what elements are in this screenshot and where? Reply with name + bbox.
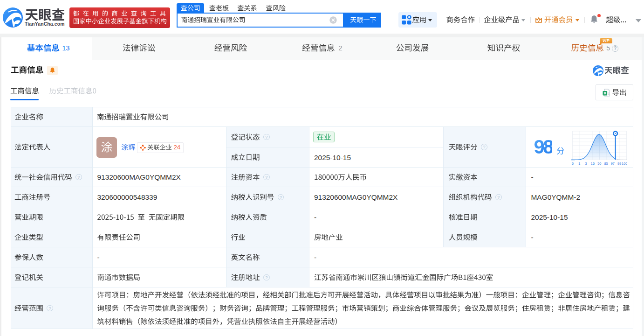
svg-text:50: 50 xyxy=(597,161,601,166)
svg-text:100: 100 xyxy=(622,161,627,166)
svg-text:0: 0 xyxy=(572,161,574,166)
svg-text:3: 3 xyxy=(585,161,587,166)
svg-text:1: 1 xyxy=(578,161,580,166)
svg-text:15: 15 xyxy=(591,161,595,166)
svg-text:97: 97 xyxy=(611,161,615,166)
svg-text:85: 85 xyxy=(604,161,608,166)
svg-text:99: 99 xyxy=(617,161,621,166)
